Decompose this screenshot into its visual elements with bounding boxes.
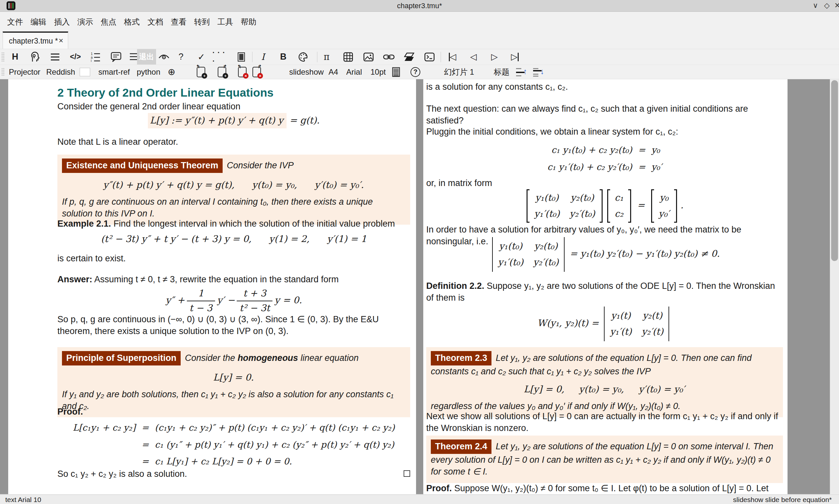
title-bar: chapter3.tmu* ∨ ◇ ✕	[0, 0, 839, 12]
main-toolbar: H </> 1ai 退出 ? ✓ · · · · I B	[0, 49, 839, 65]
page-color-icon[interactable]	[234, 49, 249, 65]
menu-goto[interactable]: 转到	[194, 17, 210, 27]
vertical-scrollbar[interactable]	[830, 79, 839, 494]
first-slide-icon[interactable]: ◁	[445, 49, 460, 65]
comment-icon[interactable]	[109, 49, 123, 65]
fold-slide-icon[interactable]	[402, 49, 416, 65]
document-page-right[interactable]: is a solution for any constants c₁, c₂. …	[423, 79, 788, 494]
projector-button[interactable]: Projector	[9, 65, 40, 79]
eye-icon[interactable]	[157, 49, 171, 65]
menu-focus[interactable]: 焦点	[101, 17, 116, 27]
theorem-label: Existence and Uniqueness Theorem	[62, 159, 223, 173]
tab-bar: chapter3.tmu * ×	[0, 32, 839, 49]
document-canvas: 2 Theory of 2nd Order Linear Equations C…	[0, 79, 839, 494]
proof-conclusion: So c₁ y₂ + c₂ y₂ is also a solution.	[57, 468, 410, 480]
table-icon[interactable]	[341, 49, 355, 65]
paper-size-button[interactable]: A4	[328, 65, 338, 79]
texmacs-window: chapter3.tmu* ∨ ◇ ✕ 文件 编辑 插入 演示 焦点 格式 文档…	[0, 0, 839, 504]
display-equation: (t² − 3t) y″ + t y′ − (t + 3) y = 0, y(1…	[57, 233, 410, 245]
check-icon[interactable]: ✓	[194, 49, 208, 65]
menu-format[interactable]: 格式	[124, 17, 140, 27]
menu-file[interactable]: 文件	[7, 17, 23, 27]
fraction: t + 3t² − 3t	[237, 288, 272, 314]
insert-slide-before-icon[interactable]: ↰+	[197, 65, 205, 79]
menu-insert[interactable]: 插入	[54, 17, 70, 27]
menu-view[interactable]: 查看	[171, 17, 187, 27]
proof-label: Proof.	[57, 406, 410, 418]
fraction: 1t − 3	[187, 288, 215, 314]
slide-indicator[interactable]: 幻灯片 1	[444, 65, 474, 79]
menu-presentation[interactable]: 演示	[78, 17, 93, 27]
menu-tools[interactable]: 工具	[217, 17, 233, 27]
section-heading: 2 Theory of 2nd Order Linear Equations	[57, 85, 410, 100]
theorem-2-4-box: Theorem 2.4Let y₁, y₂ are solutions of t…	[426, 435, 783, 483]
document-page-left[interactable]: 2 Theory of 2nd Order Linear Equations C…	[8, 79, 416, 494]
theorem-label: Theorem 2.3	[431, 351, 492, 365]
mode-toolbar: Projector Reddish smart-ref python ⊕ ↰+ …	[0, 65, 839, 79]
image-icon[interactable]	[361, 49, 376, 65]
python-button[interactable]: python	[137, 65, 160, 79]
paragraph: Pluggin the initial conditions, we obtai…	[426, 126, 783, 138]
svg-text:i: i	[91, 59, 91, 62]
linear-system-equations: c₁ y₁(t₀) + c₂ y₂(t₀)=y₀ c₁ y₁′(t₀) + c₂…	[426, 144, 783, 173]
title-field-button[interactable]: 标题	[494, 65, 510, 79]
source-code-icon[interactable]: </>	[68, 49, 83, 65]
last-slide-icon[interactable]: ▷	[507, 49, 523, 65]
tab-close-icon[interactable]: ×	[59, 36, 63, 45]
window-title: chapter3.tmu*	[0, 2, 839, 10]
toolbar-drag-handle[interactable]	[1, 68, 5, 76]
color-swatch[interactable]	[80, 68, 90, 76]
italic-button[interactable]: I	[256, 49, 270, 65]
previous-slide-icon[interactable]: ◁	[467, 49, 480, 65]
font-family-button[interactable]: Arial	[346, 65, 362, 79]
definition-paragraph: Definition 2.2. Suppose y₁, y₂ are two s…	[426, 280, 783, 304]
paragraph: is certain to exist.	[57, 253, 410, 265]
exit-overlay-button[interactable]: 退出	[137, 49, 156, 65]
bold-button[interactable]: B	[277, 49, 290, 65]
tab-chapter3[interactable]: chapter3.tmu * ×	[3, 32, 68, 49]
help-circle-icon[interactable]: ?	[410, 65, 420, 79]
document-style-button[interactable]: slideshow	[289, 65, 324, 79]
ordered-list-icon[interactable]: 1ai	[88, 49, 103, 65]
remove-slide-after-icon[interactable]: ↱×	[253, 65, 261, 79]
minimize-button[interactable]: ∨	[811, 1, 820, 10]
font-size-button[interactable]: 10pt	[371, 65, 386, 79]
theorem-2-3-box: Theorem 2.3Let y₁, y₂ are solutions of t…	[426, 347, 783, 417]
display-equation-fractions: y″ +1t − 3y′ −t + 3t² − 3ty = 0.	[57, 288, 410, 314]
theorem-label: Principle of Superposition	[62, 351, 181, 365]
menu-edit[interactable]: 编辑	[31, 17, 46, 27]
palette-icon[interactable]	[296, 49, 311, 65]
help-question-icon[interactable]: ?	[175, 49, 187, 65]
menu-bar: 文件 编辑 插入 演示 焦点 格式 文档 查看 转到 工具 帮助	[0, 12, 839, 32]
plus-circle-icon[interactable]: ⊕	[166, 65, 177, 79]
smart-ref-button[interactable]: smart-ref	[98, 65, 130, 79]
close-button[interactable]: ✕	[833, 1, 839, 10]
scrollbar-thumb[interactable]	[831, 80, 838, 261]
terminal-icon[interactable]	[422, 49, 437, 65]
display-equation: y″(t) + p(t) y′ + q(t) y = g(t), y(t₀) =…	[62, 179, 405, 191]
matrix: y₁(t₀)y₂(t₀)y₁′(t₀)y₂′(t₀)	[527, 189, 602, 223]
math-pi-icon[interactable]: π	[320, 49, 333, 65]
heading-style-button[interactable]: H	[8, 49, 22, 65]
theme-reddish-button[interactable]: Reddish	[46, 65, 75, 79]
insert-slide-after-icon[interactable]: ↱+	[218, 65, 226, 79]
toolbar-drag-handle[interactable]	[1, 52, 5, 61]
next-slide-icon[interactable]: ▷	[488, 49, 501, 65]
menu-help[interactable]: 帮助	[241, 17, 256, 27]
proof-paragraph: Proof. Suppose W(y₁, y₂)(t₀) ≠ 0 for som…	[426, 483, 783, 494]
maximize-button[interactable]: ◇	[822, 1, 832, 10]
move-up-icon[interactable]: ↑	[516, 65, 527, 79]
vector-y: y₀y₀′	[651, 189, 677, 223]
link-icon[interactable]	[382, 49, 396, 65]
idea-head-icon[interactable]	[28, 49, 42, 65]
svg-text:1: 1	[91, 52, 93, 56]
hamburger-menu-icon[interactable]	[48, 49, 62, 65]
move-down-icon[interactable]: ↓	[533, 65, 544, 79]
remove-slide-before-icon[interactable]: ↰×	[238, 65, 246, 79]
menu-document[interactable]: 文档	[148, 17, 163, 27]
dots-style-icon[interactable]: · · · ·	[212, 49, 229, 65]
proof-equation-array: L[c₁y₁ + c₂ y₂]=(c₁y₁ + c₂ y₂)″ + p(t) (…	[57, 422, 410, 467]
status-left: text Arial 10	[5, 496, 41, 504]
example-paragraph: Example 2.1. Find the longest interval i…	[57, 218, 410, 230]
paragraph-format-icon[interactable]	[392, 65, 400, 79]
